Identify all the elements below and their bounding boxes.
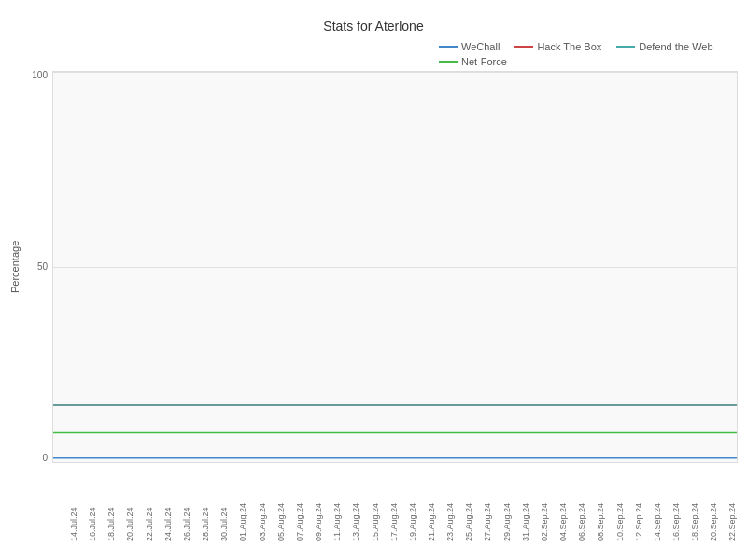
legend-label-wechall: WeChall <box>461 41 500 52</box>
x-label: 16.Sep.24 <box>671 467 681 541</box>
x-label: 29.Aug.24 <box>502 467 512 541</box>
x-label: 18.Sep.24 <box>690 467 699 541</box>
legend-line-wechall <box>439 46 458 48</box>
x-label: 27.Aug.24 <box>483 467 492 541</box>
x-label: 05.Aug.24 <box>276 467 286 541</box>
legend-label-hackthebox: Hack The Box <box>537 41 601 52</box>
chart-title: Stats for Aterlone <box>9 19 738 34</box>
x-label: 20.Sep.24 <box>709 467 718 541</box>
chart-legend: WeChall Hack The Box Defend the Web Net-… <box>439 41 738 67</box>
grid-line-0 <box>53 462 737 463</box>
legend-line-defendtheweb <box>616 46 635 48</box>
x-label: 04.Sep.24 <box>558 467 568 541</box>
x-label: 19.Aug.24 <box>408 467 417 541</box>
legend-label-netforce: Net-Force <box>461 56 507 67</box>
x-label: 26.Jul.24 <box>182 467 191 541</box>
legend-item-wechall: WeChall <box>439 41 500 52</box>
x-label: 17.Aug.24 <box>389 467 399 541</box>
x-label: 07.Aug.24 <box>295 467 304 541</box>
y-axis-label: Percentage <box>9 71 21 463</box>
x-label: 25.Aug.24 <box>464 467 473 541</box>
x-label: 28.Jul.24 <box>201 467 210 541</box>
x-label: 21.Aug.24 <box>427 467 436 541</box>
plot-area <box>52 71 738 463</box>
x-label: 06.Sep.24 <box>577 467 586 541</box>
legend-line-netforce <box>439 61 458 63</box>
legend-item-hackthebox: Hack The Box <box>514 41 601 52</box>
legend-line-hackthebox <box>514 46 533 48</box>
x-label: 16.Jul.24 <box>88 467 97 541</box>
x-label: 02.Sep.24 <box>540 467 549 541</box>
x-label: 14.Sep.24 <box>653 467 662 541</box>
y-axis: 100 50 0 <box>24 71 52 463</box>
x-label: 30.Jul.24 <box>219 467 229 541</box>
y-tick-100: 100 <box>24 71 48 80</box>
x-label: 22.Jul.24 <box>145 467 154 541</box>
x-label: 13.Aug.24 <box>351 467 360 541</box>
x-label: 14.Jul.24 <box>69 467 78 541</box>
x-label: 09.Aug.24 <box>314 467 323 541</box>
x-label: 15.Aug.24 <box>371 467 380 541</box>
legend-item-netforce: Net-Force <box>439 56 507 67</box>
x-label: 08.Sep.24 <box>596 467 605 541</box>
legend-label-defendtheweb: Defend the Web <box>639 41 712 52</box>
x-label: 24.Jul.24 <box>163 467 173 541</box>
x-label: 31.Aug.24 <box>521 467 530 541</box>
x-label: 18.Jul.24 <box>106 467 116 541</box>
x-label: 20.Jul.24 <box>125 467 134 541</box>
x-label: 22.Sep.24 <box>727 467 737 541</box>
x-label: 10.Sep.24 <box>615 467 625 541</box>
chart-container: Stats for Aterlone WeChall Hack The Box … <box>0 0 747 560</box>
x-label: 12.Sep.24 <box>634 467 643 541</box>
x-axis: 14.Jul.24 16.Jul.24 18.Jul.24 20.Jul.24 … <box>69 463 738 547</box>
x-label: 11.Aug.24 <box>332 467 342 541</box>
y-tick-50: 50 <box>24 262 48 272</box>
x-label: 23.Aug.24 <box>445 467 455 541</box>
x-label: 03.Aug.24 <box>258 467 267 541</box>
x-label: 01.Aug.24 <box>238 467 247 541</box>
y-tick-0: 0 <box>24 454 48 463</box>
legend-item-defendtheweb: Defend the Web <box>616 41 712 52</box>
chart-svg <box>53 72 737 462</box>
